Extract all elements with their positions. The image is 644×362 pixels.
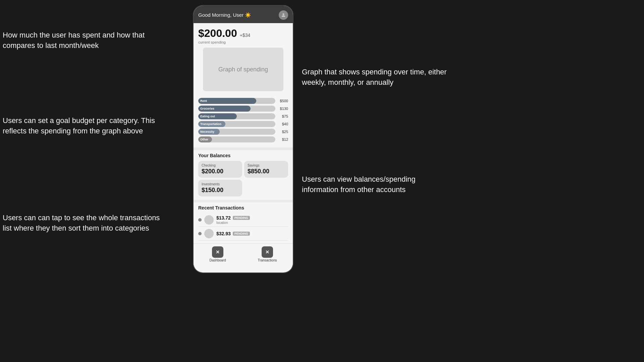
nav-transactions[interactable]: ✕ Transactions [258, 246, 277, 262]
greeting-text: Good Morning, User ☀️ [198, 12, 251, 18]
dashboard-icon: ✕ [212, 246, 223, 258]
transaction-amount-2: $32.93 [216, 231, 231, 236]
category-label-5: Other [200, 138, 208, 141]
annotation-right-2: Users can view balances/spending informa… [302, 174, 416, 195]
avatar[interactable] [279, 10, 288, 20]
balance-card-investments[interactable]: Investments $150.00 [198, 180, 242, 196]
category-row-0[interactable]: Rent$500 [198, 98, 288, 104]
annotation-left-3: Users can can tap to see the whole trans… [3, 213, 160, 234]
savings-label: Savings [248, 164, 285, 167]
categories-section: Rent$500Groceries$130Eating out$75Transp… [194, 95, 293, 147]
bottom-nav: ✕ Dashboard ✕ Transactions [194, 243, 293, 265]
category-amount-1: $130 [277, 107, 288, 111]
checking-amount: $200.00 [202, 168, 239, 175]
category-amount-2: $75 [277, 114, 288, 118]
annotation-left-1: How much the user has spent and how that… [3, 30, 145, 51]
investments-amount: $150.00 [202, 187, 239, 194]
dashboard-label: Dashboard [210, 258, 226, 262]
category-bar-fill-5: Other [198, 136, 212, 142]
transactions-icon: ✕ [262, 246, 273, 258]
savings-amount: $850.00 [248, 168, 285, 175]
spending-graph[interactable]: Graph of spending [203, 48, 283, 91]
balances-grid: Checking $200.00 Savings $850.00 [198, 161, 288, 178]
category-bar-fill-4: Necessity [198, 129, 220, 135]
transaction-row-1[interactable]: $13.72 PENDING location [198, 213, 288, 227]
category-bar-fill-1: Groceries [198, 106, 251, 112]
category-amount-3: $40 [277, 122, 288, 126]
pending-badge-2: PENDING [233, 232, 250, 236]
category-label-1: Groceries [200, 107, 214, 110]
category-bar-container-3: Transportation [198, 121, 275, 127]
section-divider-2 [194, 200, 293, 202]
category-amount-5: $12 [277, 137, 288, 141]
category-label-0: Rent [200, 99, 207, 103]
category-bar-fill-2: Eating out [198, 113, 237, 119]
balances-section: Your Balances Checking $200.00 Savings $… [194, 150, 293, 200]
spending-summary: $200.00 +$34 current spending [194, 23, 293, 48]
nav-dashboard[interactable]: ✕ Dashboard [210, 246, 226, 262]
checking-label: Checking [202, 164, 239, 167]
graph-placeholder-text: Graph of spending [218, 66, 268, 73]
spending-label: current spending [198, 40, 288, 44]
category-row-1[interactable]: Groceries$130 [198, 106, 288, 112]
category-bar-fill-0: Rent [198, 98, 256, 104]
transaction-dot-1 [198, 218, 202, 222]
category-row-5[interactable]: Other$12 [198, 136, 288, 142]
category-bar-container-5: Other [198, 136, 275, 142]
category-amount-4: $25 [277, 130, 288, 134]
transaction-location-1: location [216, 221, 288, 225]
transaction-avatar-2 [204, 229, 214, 238]
category-bar-fill-3: Transportation [198, 121, 225, 127]
balance-card-checking[interactable]: Checking $200.00 [198, 161, 242, 178]
category-label-2: Eating out [200, 115, 215, 118]
transaction-dot-2 [198, 232, 202, 235]
investments-label: Investments [202, 182, 239, 186]
transactions-section: Recent Transactions $13.72 PENDING locat… [194, 202, 293, 243]
transaction-amount-1: $13.72 [216, 215, 231, 221]
transaction-avatar-1 [204, 215, 214, 225]
transaction-info-2: $32.93 PENDING [216, 231, 288, 236]
category-row-2[interactable]: Eating out$75 [198, 113, 288, 119]
category-row-4[interactable]: Necessity$25 [198, 129, 288, 135]
app-header: Good Morning, User ☀️ [194, 6, 293, 23]
category-row-3[interactable]: Transportation$40 [198, 121, 288, 127]
annotation-right-1: Graph that shows spending over time, eit… [302, 67, 447, 88]
phone-container: Good Morning, User ☀️ $200.00 +$34 curre… [193, 5, 293, 273]
spending-amount: $200.00 [198, 27, 237, 40]
category-bar-container-0: Rent [198, 98, 275, 104]
balances-title: Your Balances [198, 153, 288, 158]
category-label-3: Transportation [200, 122, 221, 126]
svg-point-0 [282, 13, 284, 15]
balance-card-savings[interactable]: Savings $850.00 [244, 161, 288, 178]
transactions-title: Recent Transactions [198, 205, 288, 210]
phone-screen[interactable]: Good Morning, User ☀️ $200.00 +$34 curre… [194, 6, 293, 273]
category-label-4: Necessity [200, 130, 214, 133]
category-bar-container-4: Necessity [198, 129, 275, 135]
transactions-label: Transactions [258, 258, 277, 262]
transaction-info-1: $13.72 PENDING location [216, 215, 288, 225]
section-divider-1 [194, 147, 293, 150]
category-bar-container-1: Groceries [198, 106, 275, 112]
transaction-row-2[interactable]: $32.93 PENDING [198, 227, 288, 241]
spending-delta: +$34 [240, 33, 251, 38]
annotation-left-2: Users can set a goal budget per category… [3, 116, 155, 136]
category-bar-container-2: Eating out [198, 113, 275, 119]
pending-badge-1: PENDING [233, 216, 250, 220]
category-amount-0: $500 [277, 99, 288, 103]
